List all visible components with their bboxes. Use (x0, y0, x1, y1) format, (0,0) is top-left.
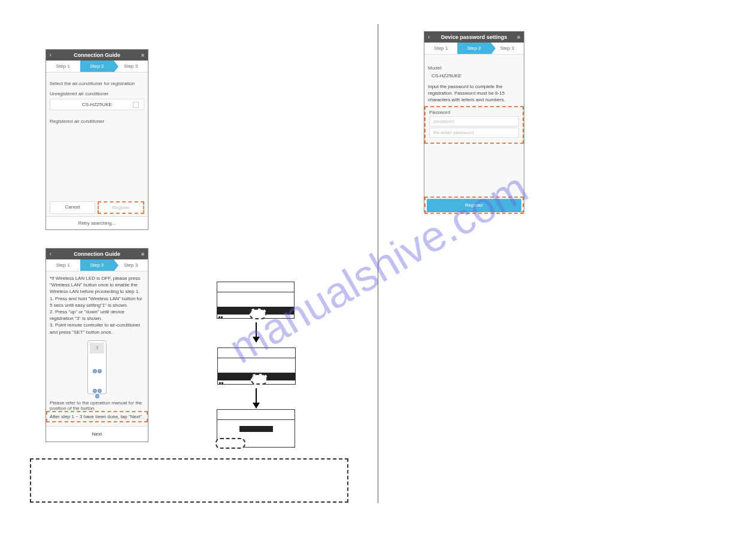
step-3[interactable]: Step 3 (114, 61, 148, 72)
step-1[interactable]: Step 1 (46, 259, 80, 271)
screen-title: Connection Guide (58, 52, 136, 58)
password-input-group: Password password Re-enter password (424, 106, 524, 144)
step-bar: Step 1 Step 2 Step 3 (46, 61, 148, 72)
registered-label: Registered air conditioner (50, 119, 144, 124)
note-box (30, 458, 348, 503)
titlebar: ‹ Device password settings ≡ (424, 32, 524, 43)
reenter-password-input[interactable]: Re-enter password (429, 128, 519, 138)
phone-connection-guide-list: ‹ Connection Guide ≡ Step 1 Step 2 Step … (45, 49, 148, 230)
password-label: Password (429, 110, 519, 115)
screen-title: Connection Guide (58, 251, 136, 257)
register-button[interactable]: Register (427, 199, 521, 211)
menu-icon[interactable]: ≡ (512, 34, 520, 40)
remote-illustration: 3 (87, 340, 107, 394)
column-divider (378, 24, 378, 503)
unregistered-label: Unregistered air conditioner (50, 91, 144, 96)
phone-password-settings: ‹ Device password settings ≡ Step 1 Step… (424, 31, 524, 212)
password-instruction: Input the password to complete the regis… (428, 83, 520, 104)
panel-1-highlight (250, 309, 266, 319)
register-highlight: Register (424, 197, 524, 214)
after-step-note: After step 1 ~ 3 have been done, tap "Ne… (46, 411, 148, 422)
select-ac-label: Select the air-conditioner for registrat… (50, 81, 144, 86)
menu-icon[interactable]: ≡ (136, 251, 144, 257)
screen-title: Device password settings (436, 34, 512, 40)
titlebar: ‹ Connection Guide ≡ (46, 50, 148, 61)
step-bar: Step 1 Step 2 Step 3 (46, 259, 148, 271)
model-label: Model: (428, 65, 520, 71)
menu-icon[interactable]: ≡ (136, 52, 144, 58)
back-icon[interactable]: ‹ (428, 34, 436, 40)
step-2[interactable]: Step 2 (80, 61, 114, 72)
step-1[interactable]: Step 1 (424, 43, 457, 54)
step-1[interactable]: Step 1 (46, 61, 80, 72)
step-bar: Step 1 Step 2 Step 3 (424, 43, 524, 55)
back-icon[interactable]: ‹ (50, 52, 58, 58)
next-button[interactable]: Next (46, 426, 148, 442)
back-icon[interactable]: ‹ (50, 251, 58, 257)
device-name: CS-HZ25UKE (82, 102, 112, 107)
instruction-1: 1. Press and hold "Wireless LAN" button … (50, 295, 144, 309)
step-2[interactable]: Step 2 (80, 259, 114, 271)
remote-display: 3 (90, 343, 104, 353)
panel-2-highlight (251, 374, 268, 385)
phone-connection-guide-instructions: ‹ Connection Guide ≡ Step 1 Step 2 Step … (45, 248, 148, 442)
titlebar: ‹ Connection Guide ≡ (46, 249, 148, 259)
step-3[interactable]: Step 3 (114, 259, 148, 271)
step-2[interactable]: Step 2 (457, 43, 490, 54)
instruction-3: 3. Point remote controller to air-condit… (50, 322, 144, 335)
instruction-intro: *If Wireless LAN LED is OFF, please pres… (50, 275, 144, 295)
model-value: CS-HZ25UKE (432, 73, 520, 78)
remote-set-btn (95, 394, 99, 398)
manual-note: Please refer to the operation manual for… (50, 400, 144, 411)
instruction-2: 2. Press "up" or "down" until device reg… (50, 309, 144, 322)
arrow-2 (256, 388, 257, 404)
arrow-1 (256, 322, 257, 338)
cancel-button[interactable]: Cancel (50, 201, 95, 214)
retry-button[interactable]: Retry searching... (46, 216, 148, 229)
device-row[interactable]: CS-HZ25UKE (50, 99, 144, 110)
password-input[interactable]: password (429, 116, 519, 126)
device-checkbox[interactable] (133, 102, 139, 108)
panel-3-highlight (215, 438, 245, 449)
register-button[interactable]: Register (98, 201, 144, 214)
step-3[interactable]: Step 3 (491, 43, 524, 54)
